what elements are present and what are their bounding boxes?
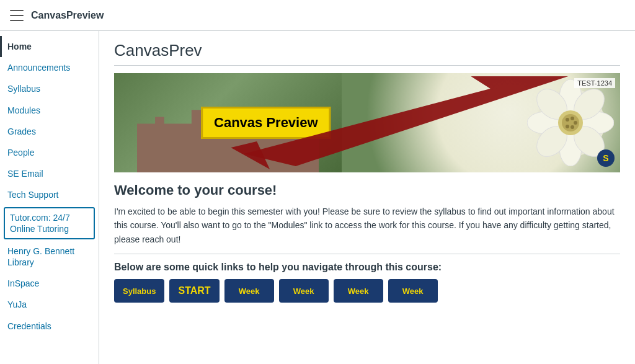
week2-btn[interactable]: Week — [279, 279, 329, 303]
app-title: CanvasPreview — [31, 10, 104, 21]
topbar: CanvasPreview — [0, 0, 635, 31]
sidebar-item-tech-support[interactable]: Tech Support — [0, 184, 99, 205]
hero-right-image — [342, 73, 620, 172]
svg-point-14 — [571, 125, 574, 129]
welcome-text: I'm excited to be able to begin this sem… — [114, 205, 620, 246]
sidebar-item-inspace[interactable]: InSpace — [0, 273, 99, 294]
hero-label: Canvas Preview — [201, 107, 331, 139]
page-title: CanvasPrev — [114, 41, 620, 60]
hero-banner: Canvas Preview TEST-1234 S — [114, 73, 620, 172]
svg-text:S: S — [603, 153, 608, 163]
sidebar-item-announcements[interactable]: Announcements — [0, 57, 99, 78]
quick-links-title: Below are some quick links to help you n… — [114, 262, 620, 273]
hamburger-menu[interactable] — [10, 10, 24, 21]
content-divider — [114, 254, 620, 254]
sidebar-item-modules[interactable]: Modules — [0, 100, 99, 121]
main-content: CanvasPrev — [99, 31, 635, 364]
sidebar-item-library[interactable]: Henry G. Bennett Library — [0, 241, 99, 273]
sidebar-item-tutor[interactable]: Tutor.com: 24/7 Online Tutoring — [4, 207, 95, 239]
title-divider — [114, 65, 620, 66]
svg-point-15 — [566, 125, 569, 128]
svg-point-11 — [566, 118, 569, 122]
svg-point-12 — [571, 117, 574, 120]
week1-btn[interactable]: Week — [224, 279, 274, 303]
test-badge: TEST-1234 — [574, 78, 615, 88]
sidebar-item-credentials[interactable]: Credentials — [0, 316, 99, 337]
sidebar: HomeAnnouncementsSyllabusModulesGradesPe… — [0, 31, 99, 364]
week3-btn[interactable]: Week — [334, 279, 383, 303]
sidebar-item-grades[interactable]: Grades — [0, 121, 99, 142]
sidebar-item-yuja[interactable]: YuJa — [0, 294, 99, 315]
layout: HomeAnnouncementsSyllabusModulesGradesPe… — [0, 31, 635, 364]
sidebar-item-people[interactable]: People — [0, 142, 99, 163]
syllabus-btn[interactable]: Syllabus — [114, 279, 164, 303]
svg-point-13 — [574, 121, 577, 125]
school-logo: S — [597, 149, 615, 167]
sidebar-item-home[interactable]: Home — [0, 36, 99, 57]
start-btn[interactable]: START — [169, 279, 219, 303]
week4-btn[interactable]: Week — [388, 279, 438, 303]
sidebar-item-se-email[interactable]: SE Email — [0, 163, 99, 184]
welcome-title: Welcome to your course! — [114, 182, 620, 198]
sidebar-item-syllabus[interactable]: Syllabus — [0, 78, 99, 99]
quick-links-row: SyllabusSTARTWeekWeekWeekWeek — [114, 279, 620, 303]
